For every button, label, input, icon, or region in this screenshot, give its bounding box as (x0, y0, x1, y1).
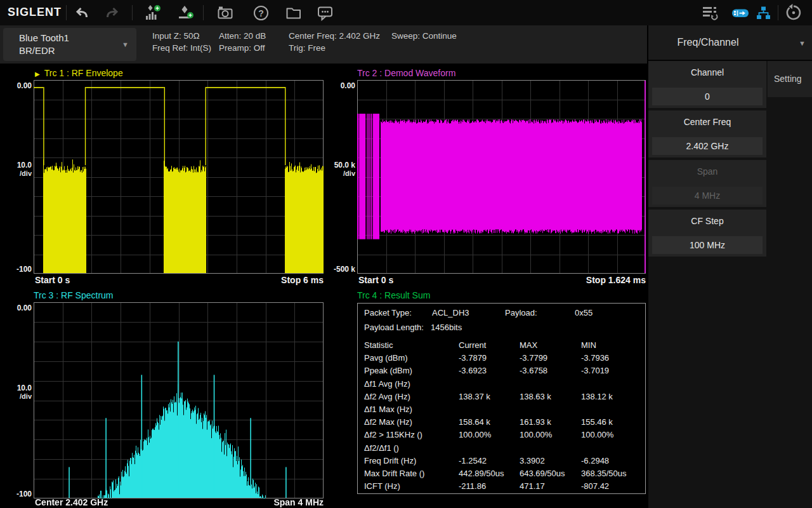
table-cell: -211.86 (459, 481, 486, 491)
add-marker-button[interactable] (142, 3, 164, 22)
svg-text:?: ? (258, 8, 264, 18)
table-cell: Ppeak (dBm) (364, 366, 412, 375)
trc1-x-stop-label: Stop 6 ms (197, 275, 324, 285)
trc4-title: Trc 4 : Result Sum (357, 290, 430, 300)
table-cell: 100.00% (520, 430, 552, 439)
menu-header[interactable]: Freq/Channel ▼ (648, 25, 812, 61)
table-cell: Current (459, 340, 486, 350)
table-cell: 138.63 k (520, 392, 551, 401)
menu-item-cf-step[interactable]: CF Step 100 MHz (648, 210, 766, 257)
table-cell: Payload: (505, 308, 537, 318)
table-cell: 155.46 k (581, 417, 613, 427)
mode-standard: BR/EDR (19, 45, 55, 56)
span-value-field: 4 MHz (652, 187, 763, 204)
table-cell: MAX (520, 340, 537, 350)
table-row: Δf2 Max (Hz)158.64 k161.93 k155.46 k (358, 417, 645, 430)
table-row: Ppeak (dBm)-3.6923-3.6758-3.7019 (358, 366, 645, 378)
table-row: Δf2 Avg (Hz)138.37 k138.63 k138.12 k (358, 392, 645, 404)
table-cell: 138.12 k (581, 392, 613, 401)
status-infobar: Blue Tooth1 BR/EDR ▼ Input Z: 50Ω Freq R… (0, 25, 647, 64)
camera-icon (216, 4, 234, 22)
trc1-y-scale-label: 10.0 (4, 161, 32, 170)
trc1-title: ▶Trc 1 : RF Envelope (35, 68, 123, 78)
cf-step-value-field[interactable]: 100 MHz (652, 236, 763, 254)
system-menu-button[interactable] (699, 3, 721, 22)
sweep-settings: Sweep: Continue (391, 30, 457, 42)
trc1-plot[interactable] (34, 80, 324, 274)
result-table: Packet Type:ACL_DH3Payload:0x55Payload L… (357, 303, 646, 494)
mode-name: Blue Tooth1 (19, 32, 69, 43)
chevron-down-icon: ▼ (799, 39, 806, 47)
trc3-plot[interactable] (34, 302, 324, 498)
help-button[interactable]: ? (250, 3, 272, 22)
undo-button[interactable] (71, 3, 93, 22)
table-cell: Δf1 Avg (Hz) (364, 379, 410, 389)
brand-logo: SIGLENT (8, 6, 62, 19)
trc3-y-top-label: 0.00 (4, 304, 32, 312)
redo-icon (104, 4, 121, 21)
center-freq-value-field[interactable]: 2.402 GHz (652, 137, 763, 155)
table-cell: Δf2 Avg (Hz) (364, 392, 410, 401)
trc2-canvas (357, 80, 646, 274)
trc1-canvas (34, 80, 324, 274)
table-row: Δf1 Max (Hz) (358, 404, 645, 417)
lan-status-button[interactable] (752, 3, 774, 22)
file-manager-button[interactable] (283, 3, 304, 22)
table-row: Max Drift Rate ()442.89/50us643.69/50us3… (358, 469, 645, 481)
table-cell: -6.2948 (581, 456, 609, 465)
center-freq-value: Center Freq: 2.402 GHz (289, 30, 380, 42)
trc1-y-bottom-label: -100 (4, 265, 32, 274)
table-cell: 1456bits (431, 323, 462, 332)
help-icon: ? (252, 4, 270, 22)
menu-item-label: Span (648, 166, 766, 177)
freq-ref-value: Freq Ref: Int(S) (152, 42, 211, 54)
trc2-y-bottom-label: -500 k (327, 265, 355, 274)
table-cell: -3.6758 (520, 366, 547, 375)
screenshot-button[interactable] (214, 3, 236, 22)
table-cell: 471.17 (520, 481, 545, 491)
trc1-y-top-label: 0.00 (4, 81, 32, 90)
trc3-y-bottom-label: -100 (4, 490, 32, 498)
trc1-y-div-label: /div (4, 170, 32, 177)
table-cell: Δf2/Δf1 () (364, 443, 399, 453)
trc3-canvas (34, 302, 324, 498)
table-cell: 643.69/50us (520, 469, 565, 478)
trc3-y-div-label: /div (4, 392, 32, 400)
trc3-x-span-label: Span 4 MHz (197, 497, 324, 507)
table-cell: MIN (581, 340, 596, 350)
trc2-y-div-label: /div (327, 170, 355, 177)
tab-setting[interactable]: Setting (768, 61, 812, 97)
table-cell: -3.7879 (459, 353, 487, 363)
table-row: StatisticCurrentMAXMIN (358, 340, 645, 353)
atten-value: Atten: 20 dB (219, 30, 266, 42)
measure-mode-dropdown[interactable]: Blue Tooth1 BR/EDR ▼ (3, 28, 136, 61)
table-cell: 0x55 (575, 308, 593, 318)
trc2-y-scale-label: 50.0 k (327, 161, 355, 170)
preset-button[interactable] (783, 3, 804, 22)
add-peak-marker-button[interactable] (175, 3, 197, 22)
trigger-value: Trig: Free (289, 42, 380, 54)
table-row: ICFT (Hz)-211.86471.17-807.42 (358, 481, 645, 494)
table-cell: Δf2 Max (Hz) (364, 417, 412, 427)
table-cell: Freq Drift (Hz) (364, 456, 416, 465)
table-cell: Δf1 Max (Hz) (364, 404, 412, 414)
table-row: Δf1 Avg (Hz) (358, 379, 645, 392)
lan-icon (755, 4, 772, 22)
message-button[interactable] (315, 3, 336, 22)
table-row: Freq Drift (Hz)-1.25423.3902-6.2948 (358, 456, 645, 469)
trc2-plot[interactable] (357, 80, 646, 274)
redo-button[interactable] (102, 3, 123, 22)
menu-title: Freq/Channel (648, 37, 768, 48)
table-row: Pavg (dBm)-3.7879-3.7799-3.7936 (358, 353, 645, 366)
folder-icon (285, 4, 303, 21)
atten-settings: Atten: 20 dB Preamp: Off (219, 30, 266, 54)
table-cell: Statistic (364, 340, 393, 350)
table-cell: -807.42 (581, 481, 609, 491)
menu-item-center-freq[interactable]: Center Freq 2.402 GHz (648, 110, 766, 157)
table-cell: 100.00% (459, 430, 491, 439)
menu-item-channel[interactable]: Channel 0 (648, 61, 766, 108)
toolbar-separator (778, 5, 778, 20)
channel-value-field[interactable]: 0 (652, 88, 763, 105)
expand-arrow-icon[interactable]: ▶ (35, 70, 40, 77)
usb-status-button[interactable] (730, 3, 751, 22)
